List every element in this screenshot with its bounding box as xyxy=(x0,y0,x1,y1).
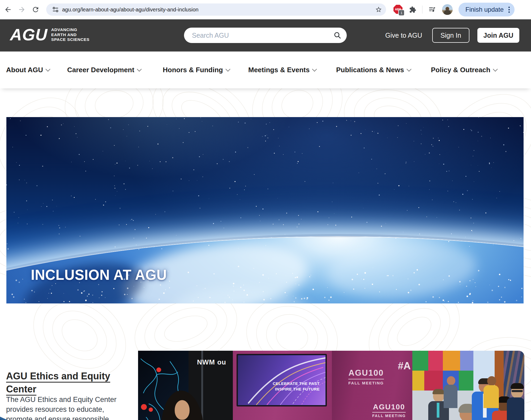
nav-item-policy-outreach[interactable]: Policy & Outreach xyxy=(431,52,497,88)
ethics-equity-center-link[interactable]: AGU Ethics and Equity Center xyxy=(6,370,110,396)
attendee xyxy=(444,376,458,408)
profile-avatar[interactable] xyxy=(442,4,453,15)
light-trails-graphic xyxy=(238,355,326,405)
reload-icon[interactable] xyxy=(30,4,41,15)
ethics-equity-paragraph: The AGU Ethics and Equity Center provide… xyxy=(6,395,117,420)
nav-item-publications-news[interactable]: Publications & News xyxy=(336,52,411,88)
nav-item-honors-funding[interactable]: Honors & Funding xyxy=(163,52,230,88)
sign-in-button[interactable]: Sign In xyxy=(432,28,469,43)
nav-item-meetings-events[interactable]: Meetings & Events xyxy=(248,52,316,88)
nav-item-career-development[interactable]: Career Development xyxy=(67,52,141,88)
chevron-down-icon xyxy=(493,67,498,71)
browser-window: agu.org/learn-about-agu/about-agu/divers… xyxy=(0,0,531,420)
adblock-badge: 1 xyxy=(398,10,405,16)
avatar-figure-body xyxy=(444,10,451,15)
finish-update-button[interactable]: Finish update xyxy=(459,3,515,16)
chevron-down-icon xyxy=(45,67,50,71)
agu-logo-text: AGU xyxy=(10,27,48,43)
hero-title: INCLUSION AT AGU xyxy=(31,266,167,283)
collage-photo-crowd xyxy=(412,351,524,420)
presentation-screen: CELEBRATE THE PAST INSPIRE THE FUTURE xyxy=(237,354,327,406)
forward-icon[interactable] xyxy=(16,4,28,15)
collage-photo-presentation: NWM ou xyxy=(138,351,233,420)
chevron-down-icon xyxy=(137,67,142,71)
attendee xyxy=(483,376,499,408)
collage-photo-celebrate-screen: CELEBRATE THE PAST INSPIRE THE FUTURE xyxy=(233,351,332,420)
extensions-icon[interactable] xyxy=(407,4,418,15)
site-search xyxy=(184,28,347,43)
media-controls-icon[interactable] xyxy=(427,4,437,15)
main-navigation: About AGU Career Development Honors & Fu… xyxy=(0,52,531,88)
browser-toolbar: agu.org/learn-about-agu/about-agu/divers… xyxy=(0,0,531,19)
screen-text-nwm: NWM ou xyxy=(197,358,226,366)
browser-menu-icon[interactable] xyxy=(508,6,510,14)
hashtag-text: #A xyxy=(398,360,411,372)
chevron-down-icon xyxy=(225,67,230,71)
search-icon[interactable] xyxy=(333,31,341,39)
bookmark-star-icon[interactable] xyxy=(374,5,383,14)
toolbar-divider xyxy=(422,6,422,14)
agu100-logo: AGU100 FALL MEETING xyxy=(348,368,384,385)
back-icon[interactable] xyxy=(2,4,14,15)
mosaic-wall xyxy=(412,351,473,391)
site-header: AGU ADVANCING EARTH AND SPACE SCIENCES G… xyxy=(0,19,531,52)
adblock-extension-icon[interactable]: ABP 1 xyxy=(393,4,404,15)
give-to-agu-link[interactable]: Give to AGU xyxy=(385,19,422,52)
nav-item-about-agu[interactable]: About AGU xyxy=(6,52,50,88)
photo-collage: NWM ou CELEBRATE TH xyxy=(138,351,524,420)
chevron-down-icon xyxy=(406,67,411,71)
collage-photo-agu100-backdrop: AGU100 FALL MEETING #A AGU100 FALL MEETI… xyxy=(332,351,412,420)
screen-text-celebrate: CELEBRATE THE PAST INSPIRE THE FUTURE xyxy=(273,381,320,392)
agu100-logo-second: AGU100 FALL MEETING xyxy=(372,403,406,418)
site-info-icon[interactable] xyxy=(52,6,59,14)
chevron-down-icon xyxy=(312,67,317,71)
hero-banner: INCLUSION AT AGU xyxy=(6,117,524,303)
attendee xyxy=(507,385,524,420)
join-agu-button[interactable]: Join AGU xyxy=(477,28,519,43)
url-text[interactable]: agu.org/learn-about-agu/about-agu/divers… xyxy=(62,7,374,13)
address-bar[interactable]: agu.org/learn-about-agu/about-agu/divers… xyxy=(46,3,386,16)
finish-update-label: Finish update xyxy=(465,6,504,13)
agu-logo-tagline: ADVANCING EARTH AND SPACE SCIENCES xyxy=(51,27,89,42)
agu-logo[interactable]: AGU ADVANCING EARTH AND SPACE SCIENCES xyxy=(10,27,89,43)
search-input[interactable] xyxy=(191,31,333,40)
